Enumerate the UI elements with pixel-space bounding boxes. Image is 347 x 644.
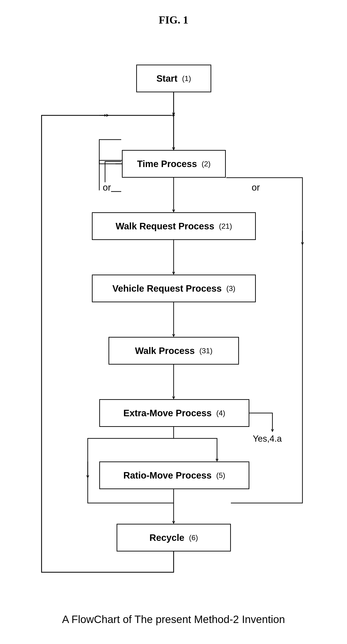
node-recycle: Recycle (6) — [117, 524, 231, 552]
node-ref: (4) — [216, 409, 225, 418]
node-extra-move: Extra-Move Process (4) — [99, 399, 249, 427]
edge-label-left-or: or — [103, 182, 111, 193]
figure-caption: A FlowChart of The present Method-2 Inve… — [62, 613, 285, 626]
node-ref: (1) — [182, 74, 191, 83]
node-walk-request: Walk Request Process (21) — [92, 212, 256, 240]
node-ref: (3) — [226, 284, 235, 293]
node-time-process: Time Process (2) — [122, 150, 226, 178]
node-label: Walk Request Process — [116, 221, 214, 232]
node-ref: (31) — [199, 346, 212, 355]
node-ratio-move: Ratio-Move Process (5) — [99, 462, 249, 489]
node-start: Start (1) — [136, 64, 211, 92]
node-label: Time Process — [137, 159, 197, 169]
node-label: Walk Process — [135, 346, 195, 356]
figure-title: FIG. 1 — [159, 14, 188, 26]
node-label: Start — [156, 74, 177, 84]
node-vehicle-request: Vehicle Request Process (3) — [92, 274, 256, 302]
node-walk-process: Walk Process (31) — [109, 337, 239, 364]
edge-label-yes-4a: Yes,4.a — [253, 434, 282, 444]
node-ref: (2) — [202, 160, 211, 168]
edge-label-right-or: or — [252, 182, 260, 193]
node-label: Extra-Move Process — [123, 408, 211, 418]
node-label: Vehicle Request Process — [112, 283, 222, 294]
node-ref: (5) — [216, 471, 225, 480]
node-ref: (6) — [189, 534, 198, 542]
node-ref: (21) — [219, 222, 232, 230]
node-label: Ratio-Move Process — [123, 470, 211, 481]
node-label: Recycle — [149, 532, 184, 543]
